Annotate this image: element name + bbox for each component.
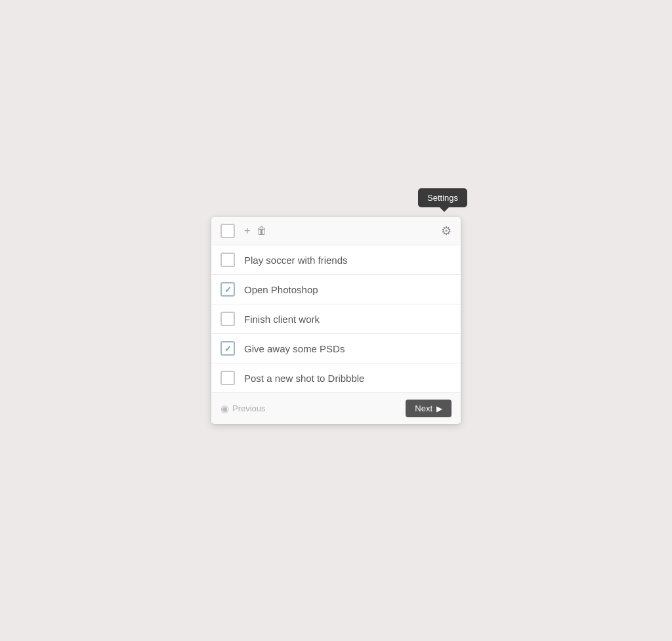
toolbar-actions: + 🗑 ⚙ bbox=[244, 225, 452, 237]
add-icon[interactable]: + bbox=[244, 226, 250, 236]
task-label-2: Open Photoshop bbox=[244, 284, 318, 295]
previous-arrow-icon: ◉ bbox=[220, 403, 229, 415]
toolbar-row: + 🗑 ⚙ bbox=[211, 217, 461, 245]
previous-label: Previous bbox=[232, 403, 266, 413]
task-row[interactable]: Play soccer with friends bbox=[211, 245, 461, 275]
task-checkbox-2[interactable] bbox=[220, 282, 235, 297]
widget-wrapper: Settings + 🗑 ⚙ Play soccer with friendsO… bbox=[211, 217, 461, 424]
task-row[interactable]: Open Photoshop bbox=[211, 275, 461, 304]
page-container: Settings + 🗑 ⚙ Play soccer with friendsO… bbox=[0, 0, 672, 641]
task-label-3: Finish client work bbox=[244, 314, 320, 325]
task-label-1: Play soccer with friends bbox=[244, 255, 348, 266]
master-checkbox[interactable] bbox=[220, 224, 235, 238]
task-list: Play soccer with friendsOpen PhotoshopFi… bbox=[211, 245, 461, 393]
task-row[interactable]: Give away some PSDs bbox=[211, 334, 461, 363]
next-label: Next bbox=[415, 403, 432, 413]
widget-panel: + 🗑 ⚙ Play soccer with friendsOpen Photo… bbox=[211, 217, 461, 424]
task-checkbox-1[interactable] bbox=[220, 253, 235, 267]
task-label-5: Post a new shot to Dribbble bbox=[244, 373, 364, 384]
delete-icon[interactable]: 🗑 bbox=[257, 226, 267, 236]
settings-tooltip: Settings bbox=[418, 188, 467, 207]
previous-button[interactable]: ◉ Previous bbox=[220, 403, 266, 415]
task-row[interactable]: Finish client work bbox=[211, 304, 461, 334]
task-label-4: Give away some PSDs bbox=[244, 343, 345, 354]
settings-tooltip-label: Settings bbox=[427, 193, 458, 203]
task-checkbox-5[interactable] bbox=[220, 371, 235, 385]
next-arrow-icon: ▶ bbox=[436, 404, 442, 413]
task-checkbox-4[interactable] bbox=[220, 341, 235, 356]
task-checkbox-3[interactable] bbox=[220, 312, 235, 326]
task-row[interactable]: Post a new shot to Dribbble bbox=[211, 363, 461, 393]
next-button[interactable]: Next ▶ bbox=[406, 400, 452, 417]
settings-gear-icon[interactable]: ⚙ bbox=[441, 225, 452, 237]
footer-row: ◉ Previous Next ▶ bbox=[211, 393, 461, 424]
